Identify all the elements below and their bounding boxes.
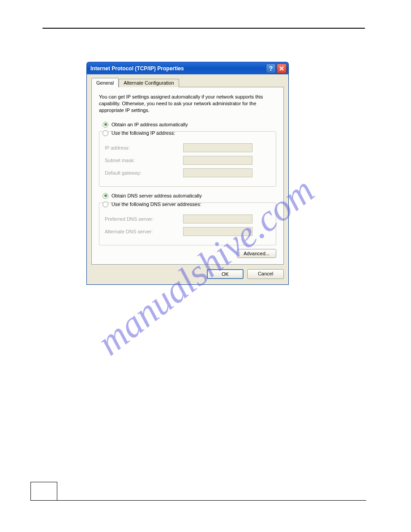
cancel-button[interactable]: Cancel bbox=[247, 269, 284, 279]
radio-label: Obtain an IP address automatically bbox=[111, 122, 188, 127]
field-ip-address: IP address: bbox=[105, 143, 270, 152]
subnet-mask-label: Subnet mask: bbox=[105, 158, 183, 163]
page-rule-top bbox=[43, 28, 365, 29]
description-text: You can get IP settings assigned automat… bbox=[99, 94, 276, 114]
page-rule-bottom bbox=[57, 500, 366, 501]
tabs: General Alternate Configuration bbox=[91, 78, 284, 87]
help-icon[interactable]: ? bbox=[266, 64, 276, 73]
dialog-window: Internet Protocol (TCP/IP) Properties ? … bbox=[86, 62, 289, 285]
radio-obtain-ip-auto: Obtain an IP address automatically bbox=[103, 122, 276, 128]
field-subnet-mask: Subnet mask: bbox=[105, 156, 270, 165]
alternate-dns-label: Alternate DNS server: bbox=[105, 229, 183, 234]
dialog-title: Internet Protocol (TCP/IP) Properties bbox=[90, 65, 266, 72]
preferred-dns-input bbox=[183, 215, 253, 223]
radio-label: Use the following DNS server addresses: bbox=[111, 202, 201, 207]
ip-fields-group: IP address: Subnet mask: Default gateway… bbox=[99, 131, 276, 187]
ok-button[interactable]: OK bbox=[207, 269, 244, 279]
ip-address-label: IP address: bbox=[105, 145, 183, 150]
close-icon[interactable] bbox=[277, 64, 287, 73]
field-alternate-dns: Alternate DNS server: bbox=[105, 227, 270, 236]
ip-address-input bbox=[183, 143, 253, 152]
field-default-gateway: Default gateway: bbox=[105, 168, 270, 177]
field-preferred-dns: Preferred DNS server: bbox=[105, 215, 270, 223]
subnet-mask-input bbox=[183, 156, 253, 165]
radio-label: Obtain DNS server address automatically bbox=[111, 193, 202, 198]
alternate-dns-input bbox=[183, 227, 253, 236]
advanced-button[interactable]: Advanced... bbox=[237, 249, 276, 258]
radio-label: Use the following IP address: bbox=[111, 130, 175, 136]
advanced-row: Advanced... bbox=[99, 249, 276, 258]
radio-obtain-dns-auto[interactable]: Obtain DNS server address automatically bbox=[103, 193, 276, 199]
radio-icon[interactable] bbox=[103, 193, 108, 199]
radio-icon[interactable] bbox=[103, 130, 108, 136]
preferred-dns-label: Preferred DNS server: bbox=[105, 216, 183, 222]
dialog-footer: OK Cancel bbox=[91, 265, 284, 280]
default-gateway-input bbox=[183, 168, 253, 177]
dns-fields-group: Preferred DNS server: Alternate DNS serv… bbox=[99, 202, 276, 245]
tab-alternate-configuration[interactable]: Alternate Configuration bbox=[119, 79, 179, 87]
titlebar: Internet Protocol (TCP/IP) Properties ? bbox=[86, 62, 289, 74]
tab-content: You can get IP settings assigned automat… bbox=[91, 87, 284, 265]
tab-general[interactable]: General bbox=[91, 78, 119, 87]
radio-icon[interactable] bbox=[103, 202, 108, 207]
page-box-bottom bbox=[30, 482, 57, 501]
dialog-body: General Alternate Configuration You can … bbox=[86, 74, 289, 285]
default-gateway-label: Default gateway: bbox=[105, 170, 183, 176]
radio-icon[interactable] bbox=[103, 122, 108, 128]
titlebar-buttons: ? bbox=[266, 64, 287, 73]
